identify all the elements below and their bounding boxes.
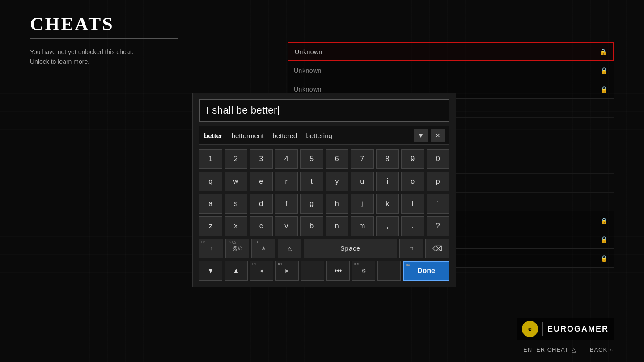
- autocomplete-word[interactable]: bettering: [306, 132, 332, 139]
- key-2[interactable]: 2: [225, 149, 248, 169]
- number-row: 1 2 3 4 5 6 7 8 9 0: [199, 149, 449, 169]
- autocomplete-bar: better betterment bettered bettering ▼ ✕: [199, 126, 449, 145]
- left-panel: CHEATS You have not yet unlocked this ch…: [30, 13, 263, 67]
- autocomplete-word[interactable]: better: [204, 132, 223, 139]
- eurogamer-logo: e: [522, 321, 538, 337]
- cheat-text-input[interactable]: I shall be better: [199, 99, 449, 122]
- key-e[interactable]: e: [250, 172, 273, 191]
- triangle-icon: △: [572, 346, 576, 353]
- key-1[interactable]: 1: [199, 149, 222, 169]
- back-action: Back ○: [590, 346, 614, 353]
- key-u[interactable]: u: [351, 172, 374, 191]
- special-row-1: L2↑ L2+△@#: L3à △ Space □ ⌫: [199, 239, 449, 258]
- key-nav-empty2[interactable]: [377, 261, 401, 281]
- svg-text:e: e: [528, 325, 532, 333]
- back-label: Back: [590, 346, 607, 353]
- key-nav-down[interactable]: ▼: [199, 261, 222, 281]
- key-6[interactable]: 6: [326, 149, 349, 169]
- enter-cheat-action: Enter Cheat △: [523, 346, 576, 353]
- key-g[interactable]: g: [300, 194, 323, 214]
- key-symbols[interactable]: L2+△@#:: [225, 239, 250, 258]
- asdf-row: a s d f g h j k l ': [199, 194, 449, 214]
- key-done[interactable]: R2Done: [403, 261, 449, 281]
- key-f[interactable]: f: [275, 194, 298, 214]
- key-v[interactable]: v: [275, 216, 298, 236]
- autocomplete-expand-button[interactable]: ▼: [414, 129, 428, 142]
- keyboard-rows: 1 2 3 4 5 6 7 8 9 0 q w e r t y u i o p …: [199, 149, 449, 281]
- key-z[interactable]: z: [199, 216, 222, 236]
- key-nav-left[interactable]: L1◄: [250, 261, 273, 281]
- circle-icon: ○: [610, 346, 614, 353]
- lock-icon: 🔒: [600, 86, 608, 93]
- lock-icon: 🔒: [600, 255, 608, 262]
- nav-row: ▼ ▲ L1◄ R1► ••• R3⚙ R2Done: [199, 261, 449, 281]
- key-4[interactable]: 4: [275, 149, 298, 169]
- key-x[interactable]: x: [225, 216, 248, 236]
- page-title: CHEATS: [30, 13, 263, 35]
- key-shift[interactable]: L2↑: [199, 239, 223, 258]
- key-o[interactable]: o: [401, 172, 424, 191]
- key-c[interactable]: c: [250, 216, 273, 236]
- key-b[interactable]: b: [300, 216, 323, 236]
- key-p[interactable]: p: [427, 172, 450, 191]
- key-7[interactable]: 7: [351, 149, 374, 169]
- key-triangle[interactable]: △: [278, 239, 302, 258]
- key-period[interactable]: .: [401, 216, 424, 236]
- text-cursor: [278, 106, 279, 115]
- key-nav-right[interactable]: R1►: [275, 261, 299, 281]
- key-l[interactable]: l: [401, 194, 424, 214]
- key-backspace[interactable]: ⌫: [425, 239, 449, 258]
- key-square[interactable]: □: [399, 239, 424, 258]
- unlock-description: You have not yet unlocked this cheat. Un…: [30, 47, 263, 67]
- watermark: e EUROGAMER: [517, 318, 614, 340]
- bottom-bar: Enter Cheat △ Back ○: [523, 346, 614, 353]
- key-accent[interactable]: L3à: [251, 239, 275, 258]
- watermark-divider: [542, 322, 543, 336]
- lock-icon: 🔒: [599, 48, 607, 55]
- watermark-name: EUROGAMER: [547, 324, 609, 334]
- key-space[interactable]: Space: [304, 239, 397, 258]
- cheat-item[interactable]: Unknown 🔒: [288, 42, 614, 61]
- key-0[interactable]: 0: [427, 149, 450, 169]
- lock-icon: 🔒: [600, 217, 608, 224]
- key-m[interactable]: m: [351, 216, 374, 236]
- key-8[interactable]: 8: [376, 149, 399, 169]
- key-d[interactable]: d: [250, 194, 273, 214]
- key-y[interactable]: y: [326, 172, 349, 191]
- zxcv-row: z x c v b n m , . ?: [199, 216, 449, 236]
- key-5[interactable]: 5: [300, 149, 323, 169]
- key-w[interactable]: w: [225, 172, 248, 191]
- key-s[interactable]: s: [225, 194, 248, 214]
- key-k[interactable]: k: [376, 194, 399, 214]
- key-9[interactable]: 9: [401, 149, 424, 169]
- key-h[interactable]: h: [326, 194, 349, 214]
- autocomplete-actions: ▼ ✕: [414, 129, 445, 142]
- autocomplete-word[interactable]: bettered: [272, 132, 297, 139]
- key-n[interactable]: n: [326, 216, 349, 236]
- key-ellipsis[interactable]: •••: [326, 261, 350, 281]
- cheat-item[interactable]: Unknown 🔒: [288, 61, 614, 80]
- enter-cheat-label: Enter Cheat: [523, 346, 569, 353]
- autocomplete-close-button[interactable]: ✕: [431, 129, 445, 142]
- title-divider: [30, 38, 178, 39]
- key-question[interactable]: ?: [427, 216, 450, 236]
- lock-icon: 🔒: [600, 67, 608, 74]
- key-a[interactable]: a: [199, 194, 222, 214]
- keyboard-overlay: I shall be better better betterment bett…: [192, 93, 456, 287]
- key-3[interactable]: 3: [250, 149, 273, 169]
- key-i[interactable]: i: [376, 172, 399, 191]
- key-nav-up[interactable]: ▲: [225, 261, 248, 281]
- key-r[interactable]: r: [275, 172, 298, 191]
- key-t[interactable]: t: [300, 172, 323, 191]
- key-comma[interactable]: ,: [376, 216, 399, 236]
- key-q[interactable]: q: [199, 172, 222, 191]
- key-j[interactable]: j: [351, 194, 374, 214]
- key-settings[interactable]: R3⚙: [352, 261, 375, 281]
- autocomplete-word[interactable]: betterment: [232, 132, 264, 139]
- qwerty-row: q w e r t y u i o p: [199, 172, 449, 191]
- key-nav-empty[interactable]: [301, 261, 324, 281]
- lock-icon: 🔒: [600, 236, 608, 243]
- key-apostrophe[interactable]: ': [427, 194, 450, 214]
